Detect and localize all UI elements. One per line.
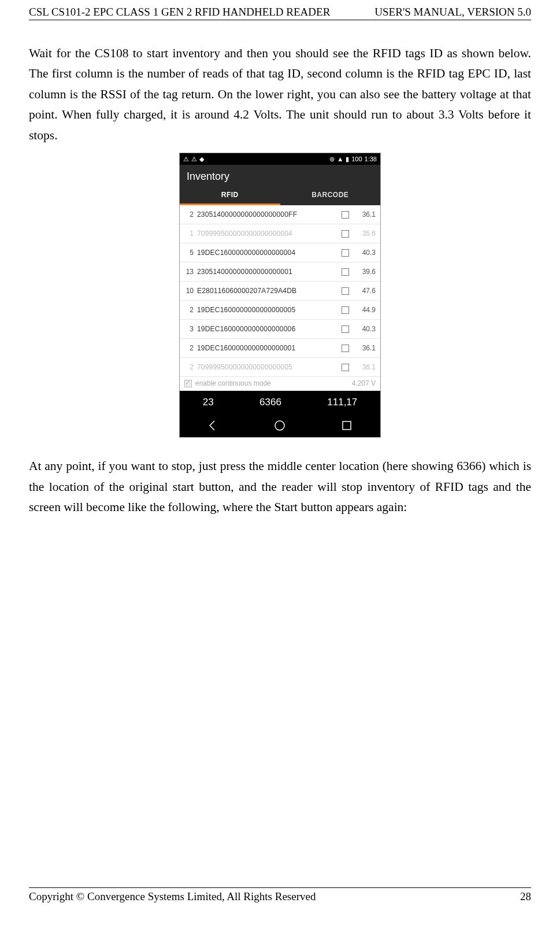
rssi-value: 44.9 [355, 306, 376, 314]
table-row[interactable]: 3 19DEC1600000000000000006 40.3 [180, 320, 380, 339]
checkbox-icon[interactable] [342, 364, 349, 371]
epc-id: 709999500000000000000004 [197, 230, 336, 238]
metric-a: 23 [203, 397, 214, 408]
epc-id: 709999500000000000000005 [197, 363, 336, 371]
battery-icon: ▮ [346, 156, 349, 163]
signal-icon: ▲ [337, 156, 343, 162]
screenshot-figure: ⚠ ⚠ ◆ ⊚ ▲ ▮ 100 1:38 Inventory RFID BARC… [29, 153, 531, 438]
tab-barcode[interactable]: BARCODE [280, 185, 381, 205]
header-left: CSL CS101-2 EPC CLASS 1 GEN 2 RFID HANDH… [29, 6, 330, 18]
continuous-checkbox[interactable] [184, 380, 192, 387]
checkbox-icon[interactable] [342, 268, 349, 276]
read-count: 5 [184, 249, 197, 257]
checkbox-icon[interactable] [342, 287, 349, 295]
checkbox-icon[interactable] [342, 325, 349, 333]
epc-id: E280116060000207A729A4DB [197, 287, 336, 295]
table-row[interactable]: 2 19DEC1600000000000000005 44.9 [180, 301, 380, 320]
battery-percent: 100 [351, 156, 362, 162]
phone-frame: ⚠ ⚠ ◆ ⊚ ▲ ▮ 100 1:38 Inventory RFID BARC… [179, 153, 381, 438]
clock: 1:38 [365, 156, 377, 162]
rssi-value: 40.3 [355, 249, 376, 257]
read-count: 2 [184, 210, 197, 219]
recent-icon[interactable] [340, 419, 354, 432]
tag-list: 2 23051400000000000000000FF 36.1 1 70999… [180, 205, 380, 391]
page-header: CSL CS101-2 EPC CLASS 1 GEN 2 RFID HANDH… [29, 6, 531, 20]
checkbox-icon[interactable] [342, 230, 349, 238]
table-row[interactable]: 2 23051400000000000000000FF 36.1 [180, 205, 380, 224]
checkbox-icon[interactable] [342, 306, 349, 314]
table-row[interactable]: 2 19DEC1600000000000000001 36.1 [180, 339, 380, 358]
android-nav-bar [180, 414, 380, 437]
tab-bar: RFID BARCODE [180, 185, 380, 205]
epc-id: 19DEC1600000000000000001 [197, 344, 336, 352]
rssi-value: 40.3 [355, 325, 376, 333]
read-count: 2 [184, 306, 197, 314]
svg-point-0 [275, 421, 284, 430]
checkbox-icon[interactable] [342, 211, 349, 219]
epc-id: 19DEC1600000000000000006 [197, 325, 336, 333]
continuous-label: enable continuous mode [195, 379, 271, 387]
app-title: Inventory [180, 165, 380, 185]
rssi-value: 36.1 [355, 210, 376, 219]
epc-id: 230514000000000000000001 [197, 268, 336, 276]
metric-b[interactable]: 6366 [259, 397, 281, 408]
warning-icon: ⚠ [191, 156, 197, 163]
epc-id: 19DEC1600000000000000005 [197, 306, 336, 314]
epc-id: 19DEC1600000000000000004 [197, 249, 336, 257]
rssi-value: 36.1 [355, 363, 376, 371]
page-number: 28 [520, 890, 531, 903]
continuous-mode-row: enable continuous mode 4.207 V [180, 377, 380, 391]
table-row[interactable]: 5 19DEC1600000000000000004 40.3 [180, 243, 380, 262]
copyright: Copyright © Convergence Systems Limited,… [29, 890, 316, 903]
page-footer: Copyright © Convergence Systems Limited,… [29, 887, 531, 903]
back-icon[interactable] [206, 419, 220, 432]
bottom-metrics: 23 6366 111,17 [180, 391, 380, 414]
checkbox-icon[interactable] [342, 345, 349, 352]
tab-rfid[interactable]: RFID [180, 185, 280, 205]
rssi-value: 47.6 [355, 287, 376, 295]
read-count: 3 [184, 325, 197, 333]
svg-rect-1 [343, 421, 351, 430]
read-count: 13 [184, 268, 197, 276]
table-row[interactable]: 2 709999500000000000000005 36.1 [180, 358, 380, 377]
epc-id: 23051400000000000000000FF [197, 210, 336, 219]
wifi-icon: ⊚ [329, 156, 335, 163]
android-icon: ◆ [199, 156, 204, 163]
read-count: 10 [184, 287, 197, 295]
rssi-value: 36.1 [355, 344, 376, 352]
read-count: 1 [184, 230, 197, 238]
rssi-value: 39.6 [355, 268, 376, 276]
table-row[interactable]: 13 230514000000000000000001 39.6 [180, 262, 380, 282]
read-count: 2 [184, 363, 197, 371]
paragraph-intro: Wait for the CS108 to start inventory an… [29, 43, 531, 146]
android-status-bar: ⚠ ⚠ ◆ ⊚ ▲ ▮ 100 1:38 [180, 153, 380, 165]
battery-voltage: 4.207 V [352, 379, 376, 387]
home-icon[interactable] [273, 419, 287, 432]
checkbox-icon[interactable] [342, 249, 349, 257]
rssi-value: 35.6 [355, 230, 376, 238]
warning-icon: ⚠ [183, 156, 189, 163]
header-right: USER'S MANUAL, VERSION 5.0 [374, 6, 531, 18]
read-count: 2 [184, 344, 197, 352]
paragraph-stop: At any point, if you want to stop, just … [29, 456, 531, 517]
table-row[interactable]: 10 E280116060000207A729A4DB 47.6 [180, 282, 380, 301]
metric-c: 111,17 [327, 397, 357, 408]
table-row[interactable]: 1 709999500000000000000004 35.6 [180, 224, 380, 243]
